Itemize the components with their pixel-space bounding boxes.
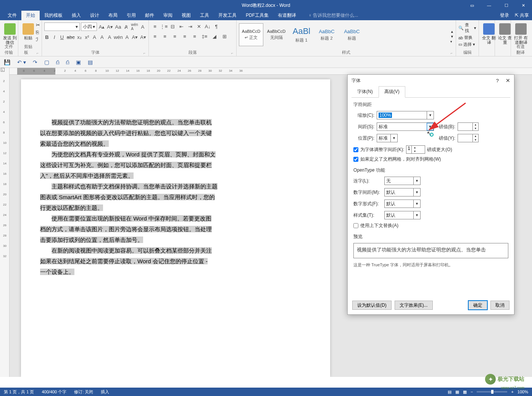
doc-line[interactable]: 这些设计可互为补充。例如，您可以添加匹配的封面、页眉和提要栏: [40, 160, 311, 170]
scale-combo[interactable]: 100% ▼: [377, 111, 434, 119]
web-layout-icon[interactable]: ▩: [463, 390, 467, 394]
asian-layout-icon[interactable]: ✕: [195, 23, 203, 30]
menu-工具[interactable]: 工具: [195, 11, 214, 20]
font-btn-6[interactable]: A: [92, 33, 97, 41]
clear-format-icon[interactable]: A̷: [123, 23, 130, 31]
zoom-in-icon[interactable]: +: [511, 390, 513, 394]
youdao-button[interactable]: 打开 有道翻译: [513, 21, 529, 45]
font-extra-0[interactable]: A: [107, 33, 112, 41]
cancel-button[interactable]: 取消: [490, 301, 509, 310]
numform-combo[interactable]: 默认▼: [384, 200, 421, 208]
save-icon[interactable]: 💾: [4, 59, 10, 65]
zoom-value[interactable]: 100%: [517, 390, 528, 394]
chevron-down-icon[interactable]: ▼: [427, 123, 434, 130]
dialog-tab-1[interactable]: 高级(V): [379, 86, 405, 98]
text-effects-button[interactable]: 文字效果(E)...: [395, 301, 433, 310]
menu-有道翻译[interactable]: 有道翻译: [273, 11, 301, 20]
font-btn-4[interactable]: x₂: [77, 33, 82, 41]
font-extra-3[interactable]: A▾: [132, 33, 138, 41]
set-default-button[interactable]: 设为默认值(D): [352, 301, 392, 310]
menu-文件[interactable]: 文件: [3, 11, 21, 20]
font-btn-1[interactable]: I: [52, 33, 57, 41]
dialog-tab-0[interactable]: 字体(N): [351, 86, 379, 97]
grow-font-icon[interactable]: A▴: [98, 23, 105, 31]
indent-right-icon[interactable]: ⇥: [186, 23, 194, 30]
doc-line[interactable]: 为使您的文档具有专业外观，Word 提供了页眉、页脚、封面和文: [40, 150, 311, 159]
styleset-combo[interactable]: 默认▼: [384, 211, 421, 219]
para-launcher-icon[interactable]: ⌐: [231, 51, 235, 55]
doc-line[interactable]: 视频提供了功能强大的方法帮助您证明您的观点。当您单击联机: [40, 118, 311, 127]
doc-line[interactable]: 主题和样式也有助于文档保持协调。当您单击设计并选择新的主题: [40, 182, 311, 192]
shading-icon[interactable]: ◢: [211, 32, 218, 40]
help-icon[interactable]: ?: [496, 78, 499, 84]
menu-设计[interactable]: 设计: [85, 11, 104, 20]
menu-审阅[interactable]: 审阅: [159, 11, 177, 20]
copy-icon[interactable]: ⎘: [36, 29, 40, 35]
doc-line[interactable]: 档的方式，请单击该图片，图片旁边将会显示布局选项按钮。当处理: [40, 224, 311, 234]
font-name-combo[interactable]: ▾: [44, 23, 80, 31]
menu-邮件[interactable]: 邮件: [140, 11, 159, 20]
font-btn-0[interactable]: B: [44, 33, 50, 41]
zoom-out-icon[interactable]: −: [471, 390, 473, 394]
bullets-icon[interactable]: ≡: [151, 23, 159, 30]
menu-插入[interactable]: 插入: [67, 11, 85, 20]
style-more-icon[interactable]: ▾: [450, 40, 454, 43]
track-changes-status[interactable]: 修订: 关闭: [74, 389, 93, 395]
menu-开始[interactable]: 开始: [21, 11, 40, 20]
new-icon[interactable]: ▢: [44, 59, 49, 65]
kerning-spinner[interactable]: ▲▼: [406, 145, 425, 154]
font-btn-3[interactable]: abc: [67, 33, 74, 41]
dialog-close-icon[interactable]: ✕: [506, 77, 510, 84]
grid-checkbox[interactable]: [353, 157, 358, 162]
style-无间隔[interactable]: AaBbCcD无间隔: [264, 23, 289, 46]
position-pt-spinner[interactable]: ▲▼: [458, 134, 479, 142]
minimize-icon[interactable]: —: [480, 0, 498, 11]
numbering-icon[interactable]: ⋮≡: [160, 23, 168, 30]
send-wechat-button[interactable]: 发送 到微信: [2, 21, 18, 45]
font-extra-4[interactable]: A▾: [140, 33, 146, 41]
style-down-icon[interactable]: ▼: [450, 35, 454, 39]
indent-left-icon[interactable]: ⇤: [177, 23, 185, 30]
zoom-slider[interactable]: [477, 391, 507, 393]
fulltext-translate-button[interactable]: 全文 翻译: [481, 21, 497, 45]
font-btn-5[interactable]: x²: [84, 33, 90, 41]
tell-me-box[interactable]: ♀ 告诉我您想要做什么...: [308, 12, 358, 19]
insert-screenshot-icon[interactable]: ▣: [76, 59, 81, 65]
font-size-combo[interactable]: 小四▾: [81, 23, 97, 31]
page-indicator[interactable]: 第 1 页，共 1 页: [4, 389, 34, 395]
ok-button[interactable]: 确定: [468, 301, 487, 310]
word-count[interactable]: 400/400 个字: [42, 389, 66, 395]
style-标题[interactable]: AaBbC标题: [340, 23, 364, 46]
format-painter-icon[interactable]: ℐ: [36, 37, 40, 42]
insert-mode[interactable]: 插入: [101, 389, 109, 395]
menu-开发工具[interactable]: 开发工具: [214, 11, 241, 20]
multilevel-icon[interactable]: ⊟: [169, 23, 176, 30]
spacing-pt-spinner[interactable]: ▲▼: [458, 122, 479, 131]
char-border-icon[interactable]: A: [139, 23, 146, 31]
paste-button[interactable]: 粘贴: [21, 21, 36, 40]
align-justify-icon[interactable]: ≡: [181, 32, 189, 40]
line-spacing-icon[interactable]: ‡≡: [201, 32, 208, 40]
numspacing-combo[interactable]: 默认▼: [384, 188, 421, 196]
phonetic-icon[interactable]: wénA: [131, 23, 138, 31]
chevron-down-icon[interactable]: ▼: [427, 111, 434, 119]
doc-line[interactable]: 入"，然后从不同库中选择所需元素。: [40, 171, 311, 181]
borders-icon[interactable]: ⊞: [221, 32, 228, 40]
insert-photo-icon[interactable]: ▤: [88, 59, 93, 65]
login-link[interactable]: 登录: [500, 12, 509, 19]
cut-icon[interactable]: ✂: [36, 22, 40, 28]
thesis-check-button[interactable]: 论文 查重: [497, 21, 513, 45]
menu-PDF工具集[interactable]: PDF工具集: [241, 11, 273, 20]
styles-launcher-icon[interactable]: ⌐: [451, 51, 455, 55]
close-icon[interactable]: ✕: [515, 0, 532, 11]
font-extra-1[interactable]: wén: [114, 33, 122, 41]
sort-icon[interactable]: A↓: [204, 23, 211, 30]
change-case-icon[interactable]: Aa: [114, 23, 121, 31]
ligature-combo[interactable]: 无▼: [384, 177, 421, 185]
maximize-icon[interactable]: ☐: [498, 0, 515, 11]
font-extra-2[interactable]: A: [124, 33, 130, 41]
print-layout-icon[interactable]: ▦: [455, 390, 459, 394]
font-btn-2[interactable]: U: [59, 33, 64, 41]
redo-icon[interactable]: ↷: [33, 59, 37, 65]
show-marks-icon[interactable]: ¶: [213, 23, 220, 30]
